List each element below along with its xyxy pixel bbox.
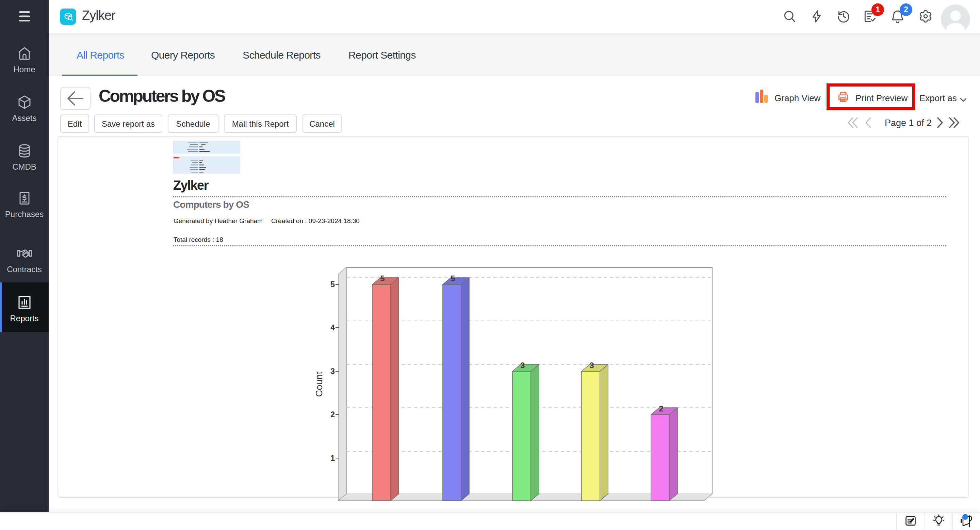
svg-text:Count: Count — [314, 371, 324, 397]
svg-text:4: 4 — [331, 323, 335, 332]
svg-text:5: 5 — [331, 280, 335, 289]
svg-text:5: 5 — [450, 274, 455, 283]
svg-text:1: 1 — [331, 454, 335, 463]
svg-text:5: 5 — [380, 274, 385, 283]
svg-text:3: 3 — [331, 367, 335, 376]
svg-text:2: 2 — [659, 404, 663, 413]
svg-text:3: 3 — [520, 361, 525, 370]
svg-text:3: 3 — [589, 361, 594, 370]
svg-text:2: 2 — [331, 410, 335, 419]
